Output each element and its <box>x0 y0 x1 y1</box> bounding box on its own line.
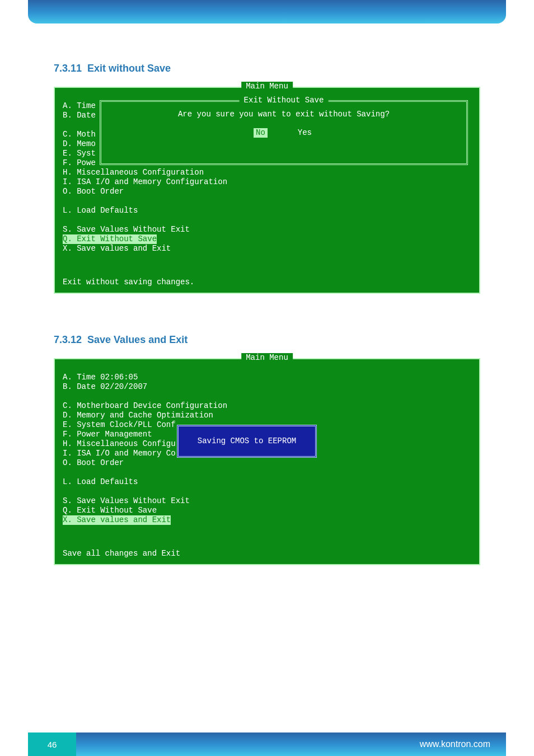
section-title: Exit without Save <box>87 63 171 74</box>
page-number: 46 <box>28 732 76 756</box>
popup-options: No Yes <box>107 128 461 138</box>
header-banner <box>28 0 506 24</box>
status-line: Save all changes and Exit <box>63 549 180 558</box>
section-number: 7.3.12 <box>54 334 82 345</box>
menu-item-motherboard[interactable]: C. Motherboard Device Configuration <box>63 401 471 411</box>
section-heading-2: 7.3.12 Save Values and Exit <box>54 334 480 346</box>
menu-item-boot-order[interactable]: O. Boot Order <box>63 458 471 468</box>
menu-item-exit-without-save[interactable]: Q. Exit Without Save <box>63 234 157 244</box>
blank-line <box>63 196 471 206</box>
menu-item-misc[interactable]: H. Miscellaneous Configuration <box>63 168 471 177</box>
saving-cmos-popup: Saving CMOS to EEPROM <box>177 425 317 458</box>
menu-item-save-without-exit[interactable]: S. Save Values Without Exit <box>63 496 471 506</box>
blank-line <box>63 392 471 401</box>
status-line: Exit without saving changes. <box>63 278 194 287</box>
footer-url: www.kontron.com <box>76 732 506 756</box>
bios-main-menu-title: Main Menu <box>241 82 293 91</box>
popup-option-yes[interactable]: Yes <box>296 128 314 138</box>
menu-item-memory[interactable]: D. Memory and Cache Optimization <box>63 411 471 420</box>
popup-option-no[interactable]: No <box>254 128 268 138</box>
menu-item-time[interactable]: A. Time 02:06:05 <box>63 373 471 382</box>
menu-item-save-and-exit[interactable]: X. Save values and Exit <box>63 244 471 253</box>
menu-item-load-defaults[interactable]: L. Load Defaults <box>63 206 471 215</box>
section-title: Save Values and Exit <box>87 334 188 345</box>
menu-item-isa[interactable]: I. ISA I/O and Memory Configuration <box>63 177 471 187</box>
bios-screen-exit-without-save: Main Menu A. Time B. Date C. Moth D. Mem… <box>54 87 480 294</box>
popup-title: Exit Without Save <box>240 96 329 105</box>
menu-item-exit-without-save[interactable]: Q. Exit Without Save <box>63 506 471 515</box>
blank-line <box>63 487 471 496</box>
blank-line <box>63 468 471 477</box>
bios-screen-save-and-exit: Main Menu A. Time 02:06:05 B. Date 02/20… <box>54 358 480 565</box>
bios-main-menu-title: Main Menu <box>241 353 293 363</box>
menu-item-save-and-exit[interactable]: X. Save values and Exit <box>63 515 171 525</box>
footer-bar: 46 www.kontron.com <box>28 732 506 756</box>
section-heading-1: 7.3.11 Exit without Save <box>54 63 480 74</box>
menu-item-date[interactable]: B. Date 02/20/2007 <box>63 382 471 392</box>
popup-message: Saving CMOS to EEPROM <box>190 436 304 446</box>
exit-without-save-popup: Exit Without Save Are you sure you want … <box>100 100 468 165</box>
menu-item-load-defaults[interactable]: L. Load Defaults <box>63 477 471 487</box>
menu-item-boot-order[interactable]: O. Boot Order <box>63 187 471 196</box>
section-number: 7.3.11 <box>54 63 82 74</box>
popup-message: Are you sure you want to exit without Sa… <box>107 110 461 119</box>
blank-line <box>63 215 471 225</box>
menu-item-save-without-exit[interactable]: S. Save Values Without Exit <box>63 225 471 234</box>
